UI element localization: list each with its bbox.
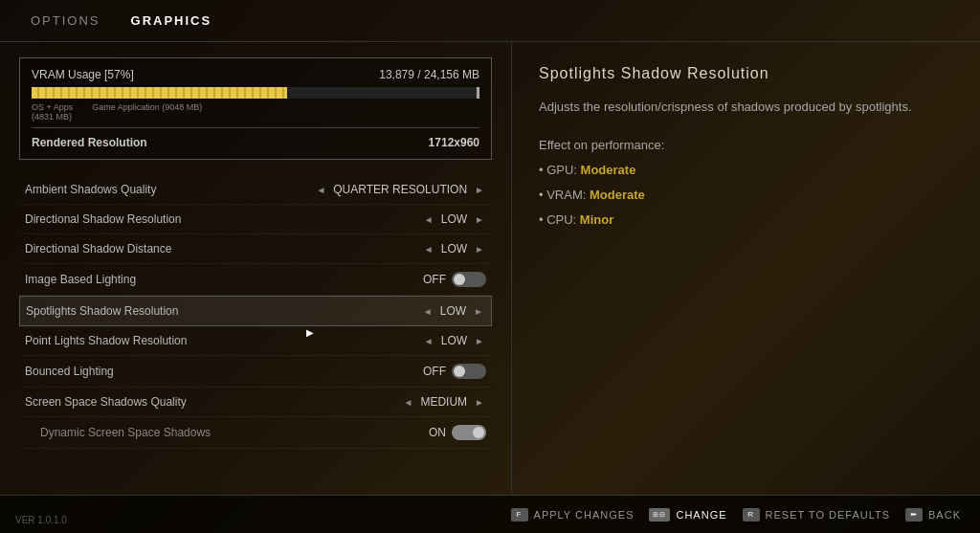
change-label: CHANGE xyxy=(676,509,726,521)
cursor xyxy=(306,322,314,330)
arrow-left-dir-shadow-dist[interactable]: ◄ xyxy=(422,244,435,255)
effect-vram-value: Moderate xyxy=(590,188,645,202)
nav-graphics[interactable]: GRAPHICS xyxy=(131,13,212,28)
toggle-dynamic-sss[interactable] xyxy=(452,425,486,440)
setting-label-ambient-shadows: Ambient Shadows Quality xyxy=(25,183,156,196)
effect-cpu-value: Minor xyxy=(580,212,613,227)
detail-description: Adjusts the resolution/crispness of shad… xyxy=(539,98,953,118)
effect-gpu-label: GPU: xyxy=(546,163,577,177)
setting-label-dir-shadow-res: Directional Shadow Resolution xyxy=(25,212,181,226)
setting-value-ibl: OFF xyxy=(423,272,486,287)
setting-value-dir-shadow-dist: ◄ LOW ► xyxy=(422,242,486,255)
reset-icon: R xyxy=(743,508,760,522)
setting-row-point-lights[interactable]: Point Lights Shadow Resolution ◄ LOW ► xyxy=(19,326,492,356)
effect-bullet-2: • VRAM: Moderate xyxy=(539,188,645,202)
bottom-bar: F APPLY CHANGES ⊞⊟ CHANGE R RESET TO DEF… xyxy=(0,495,980,533)
value-text-ibl: OFF xyxy=(423,273,446,286)
value-text-dynamic-sss: ON xyxy=(429,426,446,439)
setting-label-ibl: Image Based Lighting xyxy=(25,273,136,286)
vram-header: VRAM Usage [57%] 13,879 / 24,156 MB xyxy=(32,68,479,81)
setting-row-spotlights[interactable]: Spotlights Shadow Resolution ◄ LOW ► xyxy=(19,296,492,326)
setting-row-dir-shadow-dist[interactable]: Directional Shadow Distance ◄ LOW ► xyxy=(19,234,492,264)
apply-changes-label: APPLY CHANGES xyxy=(534,509,635,521)
vram-os-apps: OS + Apps (4831 MB) xyxy=(32,102,73,122)
reset-label: RESET TO DEFAULTS xyxy=(766,509,891,521)
effect-cpu-label: CPU: xyxy=(546,212,576,227)
toggle-bounced[interactable] xyxy=(452,364,486,379)
toggle-knob-ibl xyxy=(454,274,465,285)
arrow-left-ambient[interactable]: ◄ xyxy=(314,185,327,195)
back-label: BACK xyxy=(928,509,961,521)
effect-header: Effect on performance: xyxy=(539,138,664,152)
value-text-ambient: QUARTER RESOLUTION xyxy=(333,183,467,196)
toggle-knob-dynamic-sss xyxy=(473,427,484,438)
left-panel: VRAM Usage [57%] 13,879 / 24,156 MB OS +… xyxy=(0,42,512,495)
arrow-right-dir-shadow-dist[interactable]: ► xyxy=(473,244,486,255)
setting-label-bounced: Bounced Lighting xyxy=(25,365,114,378)
vram-bar-container xyxy=(32,87,479,99)
setting-label-dir-shadow-dist: Directional Shadow Distance xyxy=(25,242,171,255)
setting-value-point-lights: ◄ LOW ► xyxy=(422,334,486,347)
top-nav: OPTIONS GRAPHICS xyxy=(0,0,980,42)
setting-value-bounced: OFF xyxy=(423,364,486,379)
vram-bar-fill xyxy=(32,87,287,99)
setting-row-ambient-shadows[interactable]: Ambient Shadows Quality ◄ QUARTER RESOLU… xyxy=(19,175,492,205)
setting-value-spotlights: ◄ LOW ► xyxy=(421,304,485,318)
vram-usage: 13,879 / 24,156 MB xyxy=(379,68,479,81)
value-text-dir-shadow-dist: LOW xyxy=(441,242,467,255)
arrow-left-sss-quality[interactable]: ◄ xyxy=(402,397,415,408)
arrow-right-spotlights[interactable]: ► xyxy=(472,306,485,317)
setting-value-dir-shadow-res: ◄ LOW ► xyxy=(422,212,486,226)
value-text-point-lights: LOW xyxy=(441,334,467,347)
settings-list: Ambient Shadows Quality ◄ QUARTER RESOLU… xyxy=(19,175,492,479)
back-btn[interactable]: ⬅ BACK xyxy=(905,508,961,522)
effect-vram-label: VRAM: xyxy=(546,188,586,202)
arrow-left-dir-shadow-res[interactable]: ◄ xyxy=(422,214,435,225)
detail-title: Spotlights Shadow Resolution xyxy=(539,65,953,82)
vram-bar-marker xyxy=(477,87,479,99)
apply-changes-btn[interactable]: F APPLY CHANGES xyxy=(511,508,635,522)
back-icon: ⬅ xyxy=(905,508,923,522)
rendered-resolution-value: 1712x960 xyxy=(429,136,479,149)
effect-bullet-3: • CPU: Minor xyxy=(539,212,613,227)
nav-options[interactable]: OPTIONS xyxy=(31,13,100,28)
rendered-resolution: Rendered Resolution 1712x960 xyxy=(32,127,479,149)
value-text-sss-quality: MEDIUM xyxy=(420,395,467,409)
vram-labels: OS + Apps (4831 MB) Game Application (90… xyxy=(32,102,479,122)
arrow-right-ambient[interactable]: ► xyxy=(473,185,486,195)
rendered-resolution-label: Rendered Resolution xyxy=(32,136,147,149)
vram-label: VRAM Usage [57%] xyxy=(32,68,134,81)
toggle-ibl[interactable] xyxy=(452,272,486,287)
setting-label-sss-quality: Screen Space Shadows Quality xyxy=(25,395,187,409)
setting-value-dynamic-sss: ON xyxy=(429,425,486,440)
value-text-spotlights: LOW xyxy=(440,304,466,318)
change-btn[interactable]: ⊞⊟ CHANGE xyxy=(649,508,726,522)
arrow-right-dir-shadow-res[interactable]: ► xyxy=(473,214,486,225)
setting-label-spotlights: Spotlights Shadow Resolution xyxy=(26,304,178,318)
setting-label-point-lights: Point Lights Shadow Resolution xyxy=(25,334,187,347)
setting-row-dir-shadow-res[interactable]: Directional Shadow Resolution ◄ LOW ► xyxy=(19,205,492,234)
arrow-left-spotlights[interactable]: ◄ xyxy=(421,306,434,317)
change-icon: ⊞⊟ xyxy=(649,508,670,522)
setting-label-dynamic-sss: Dynamic Screen Space Shadows xyxy=(25,426,211,439)
setting-value-ambient-shadows: ◄ QUARTER RESOLUTION ► xyxy=(314,183,486,196)
apply-icon: F xyxy=(511,508,528,522)
reset-btn[interactable]: R RESET TO DEFAULTS xyxy=(743,508,891,522)
effect-bullet-1: • GPU: Moderate xyxy=(539,163,635,177)
vram-game-app: Game Application (9048 MB) xyxy=(92,102,202,122)
arrow-right-point-lights[interactable]: ► xyxy=(473,336,486,346)
vram-box: VRAM Usage [57%] 13,879 / 24,156 MB OS +… xyxy=(19,57,492,160)
setting-row-ibl[interactable]: Image Based Lighting OFF xyxy=(19,264,492,296)
effect-gpu-value: Moderate xyxy=(581,163,636,177)
main-layout: VRAM Usage [57%] 13,879 / 24,156 MB OS +… xyxy=(0,42,980,495)
setting-row-dynamic-sss[interactable]: Dynamic Screen Space Shadows ON xyxy=(19,417,492,449)
arrow-right-sss-quality[interactable]: ► xyxy=(473,397,486,408)
setting-row-bounced[interactable]: Bounced Lighting OFF xyxy=(19,356,492,388)
value-text-bounced: OFF xyxy=(423,365,446,378)
setting-row-sss-quality[interactable]: Screen Space Shadows Quality ◄ MEDIUM ► xyxy=(19,388,492,417)
toggle-knob-bounced xyxy=(454,366,465,377)
right-panel: Spotlights Shadow Resolution Adjusts the… xyxy=(512,42,980,495)
detail-effects: Effect on performance: • GPU: Moderate •… xyxy=(539,133,953,233)
arrow-left-point-lights[interactable]: ◄ xyxy=(422,336,435,346)
setting-value-sss-quality: ◄ MEDIUM ► xyxy=(402,395,486,409)
